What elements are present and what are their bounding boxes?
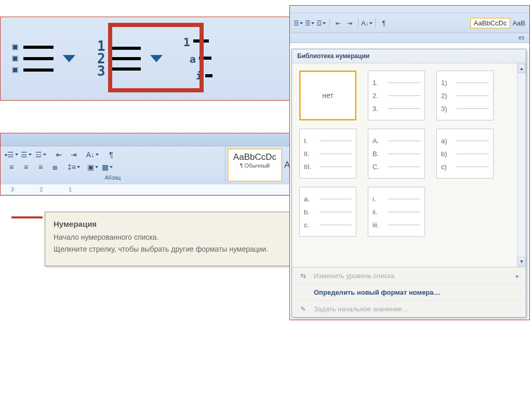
indent-left-icon[interactable]: ⇤ bbox=[52, 148, 66, 161]
align-right-icon[interactable]: ≡ bbox=[34, 161, 47, 173]
highlight-underline bbox=[11, 216, 43, 218]
scrollbar[interactable]: ▲ ▼ bbox=[517, 63, 526, 267]
numbering-tile[interactable]: нет bbox=[299, 71, 356, 120]
bullets-icon[interactable]: ☰ bbox=[293, 18, 303, 29]
zoomed-list-buttons: 123 1 a i bbox=[0, 17, 291, 101]
numbering-tile[interactable]: 1.2.3. bbox=[368, 71, 425, 120]
ruler: 3 2 1 bbox=[1, 184, 290, 195]
style-normal[interactable]: AaBbCcDc ¶ Обычный bbox=[228, 148, 282, 182]
line-spacing-icon[interactable]: ‡≡ bbox=[67, 161, 81, 173]
scroll-down-icon[interactable]: ▼ bbox=[518, 257, 525, 266]
mini-ribbon: ☰ ☰ ☲ ⇤ ⇥ A↓ ¶ AaBbCcDc AaB bbox=[290, 13, 529, 33]
numbering-icon[interactable]: ☰ bbox=[304, 18, 315, 29]
group-label: Абзац bbox=[5, 173, 221, 183]
right-panel: ☰ ☰ ☲ ⇤ ⇥ A↓ ¶ AaBbCcDc AaB ез Библиотек… bbox=[289, 5, 530, 320]
sort-icon[interactable]: A↓ bbox=[86, 148, 99, 161]
multilevel-icon[interactable]: ☲ bbox=[316, 18, 326, 29]
numbering-tile[interactable]: a.b.c. bbox=[299, 187, 356, 237]
define-new-format[interactable]: Определить новый формат номера… bbox=[292, 284, 526, 300]
numbering-tile[interactable]: I.II.III. bbox=[299, 129, 356, 179]
numbering-tile[interactable]: i.ii.iii. bbox=[368, 187, 425, 237]
tooltip-title: Нумерация bbox=[54, 219, 298, 228]
indent-right-icon[interactable]: ⇥ bbox=[67, 148, 81, 161]
numbering-button[interactable]: 123 bbox=[97, 41, 163, 76]
bullets-button[interactable] bbox=[12, 44, 75, 73]
shading-icon[interactable]: ▣ bbox=[86, 161, 99, 173]
borders-icon[interactable]: ▦ bbox=[100, 161, 114, 173]
align-left-icon[interactable]: ≡ bbox=[5, 161, 18, 173]
paragraph-ribbon: ▪☰ ☰ ☲ ⇤ ⇥ A↓ ¶ ≡ ≡ ≡ ≣ ‡≡ ▣ ▦ bbox=[0, 133, 291, 196]
numbering-tile[interactable]: 1)2)3) bbox=[436, 71, 494, 120]
chevron-down-icon[interactable] bbox=[150, 55, 163, 62]
bullets-icon[interactable]: ▪☰ bbox=[5, 148, 18, 161]
set-numbering-value: ✎ Задать начальное значение… bbox=[292, 300, 526, 317]
change-list-level: ⇆ Изменить уровень списка ▸ bbox=[292, 267, 526, 284]
cut-label: ез bbox=[290, 33, 529, 43]
pilcrow-icon[interactable]: ¶ bbox=[379, 18, 389, 29]
indent-right-icon[interactable]: ⇥ bbox=[344, 18, 355, 29]
scroll-up-icon[interactable]: ▲ bbox=[518, 64, 525, 73]
indent-left-icon[interactable]: ⇤ bbox=[333, 18, 343, 29]
align-justify-icon[interactable]: ≣ bbox=[48, 161, 62, 173]
pencil-icon: ✎ bbox=[298, 305, 308, 313]
multilevel-icon[interactable]: ☲ bbox=[34, 148, 47, 161]
chevron-right-icon: ▸ bbox=[516, 272, 520, 280]
numbering-library-dropdown: Библиотека нумерации нет1.2.3.1)2)3)I.II… bbox=[291, 49, 526, 318]
style-chip[interactable]: AaBbCcDc bbox=[470, 18, 511, 29]
indent-icon: ⇆ bbox=[298, 272, 308, 280]
tile-grid: нет1.2.3.1)2)3)I.II.III.A.B.C.a)b)c)a.b.… bbox=[292, 63, 517, 267]
dropdown-title: Библиотека нумерации bbox=[292, 49, 526, 63]
tooltip-body: Начало нумерованного списка. bbox=[54, 232, 298, 242]
numbering-tile[interactable]: a)b)c) bbox=[436, 129, 494, 179]
tooltip-body2: Щелкните стрелку, чтобы выбрать другие ф… bbox=[54, 244, 298, 254]
pilcrow-icon[interactable]: ¶ bbox=[104, 148, 118, 161]
multilevel-button[interactable]: 1 a i bbox=[183, 36, 212, 82]
align-center-icon[interactable]: ≡ bbox=[19, 161, 33, 173]
sort-icon[interactable]: A↓ bbox=[362, 18, 372, 29]
tooltip-numbering: Нумерация Начало нумерованного списка. Щ… bbox=[45, 212, 307, 266]
numbering-icon[interactable]: ☰ bbox=[19, 148, 33, 161]
numbering-tile[interactable]: A.B.C. bbox=[368, 129, 425, 179]
chevron-down-icon[interactable] bbox=[63, 55, 75, 62]
